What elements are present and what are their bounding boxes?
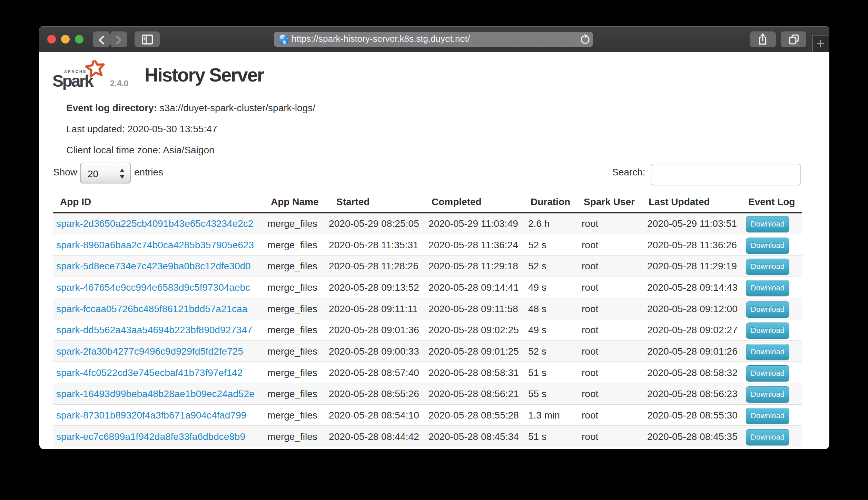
svg-text:Spark: Spark xyxy=(53,72,94,90)
